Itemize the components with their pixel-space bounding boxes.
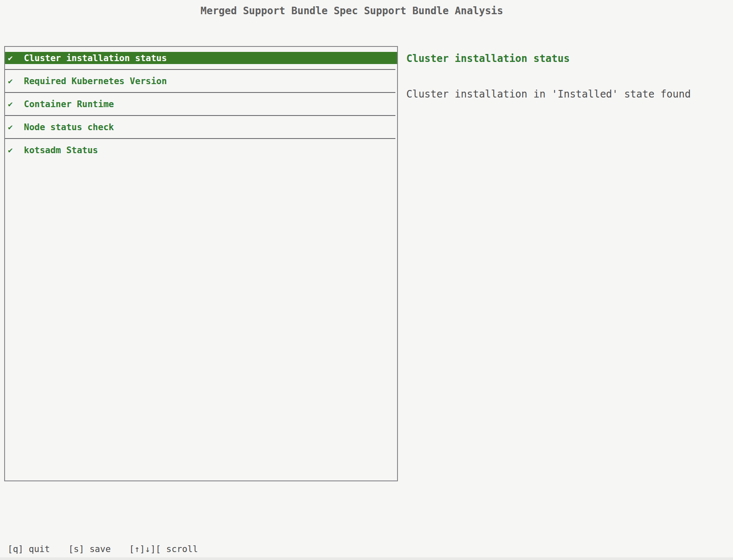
bottom-strip <box>0 557 733 560</box>
list-separator <box>5 69 395 70</box>
list-item-label: Container Runtime <box>24 99 114 109</box>
list-item[interactable]: ✔Container Runtime <box>5 98 397 110</box>
list-item[interactable]: ✔Node status check <box>5 121 397 133</box>
status-bar: [q] quit[s] save[↑]↓][ scroll <box>8 544 217 554</box>
list-separator <box>5 138 395 139</box>
check-icon: ✔ <box>8 121 24 133</box>
quit-key-hint: [q] quit <box>8 544 50 554</box>
list-item-label: Cluster installation status <box>24 53 167 63</box>
list-item-label: Node status check <box>24 122 114 132</box>
detail-heading: Cluster installation status <box>406 53 570 64</box>
list-item-label: Required Kubernetes Version <box>24 76 167 86</box>
list-item[interactable]: ✔Required Kubernetes Version <box>5 75 397 87</box>
list-item[interactable]: ✔Cluster installation status <box>5 52 397 64</box>
save-key-hint: [s] save <box>68 544 111 554</box>
app-title: Merged Support Bundle Spec Support Bundl… <box>0 5 704 17</box>
analyzer-list: ✔Cluster installation status✔Required Ku… <box>5 52 397 156</box>
check-icon: ✔ <box>8 75 24 87</box>
list-separator <box>5 115 395 116</box>
list-item[interactable]: ✔kotsadm Status <box>5 144 397 156</box>
check-icon: ✔ <box>8 144 24 156</box>
detail-body: Cluster installation in 'Installed' stat… <box>406 88 691 100</box>
analyzer-list-panel: ✔Cluster installation status✔Required Ku… <box>4 46 398 481</box>
list-separator <box>5 92 395 93</box>
list-item-label: kotsadm Status <box>24 145 98 155</box>
check-icon: ✔ <box>8 98 24 110</box>
check-icon: ✔ <box>8 52 24 64</box>
scroll-key-hint: [↑]↓][ scroll <box>129 544 198 554</box>
